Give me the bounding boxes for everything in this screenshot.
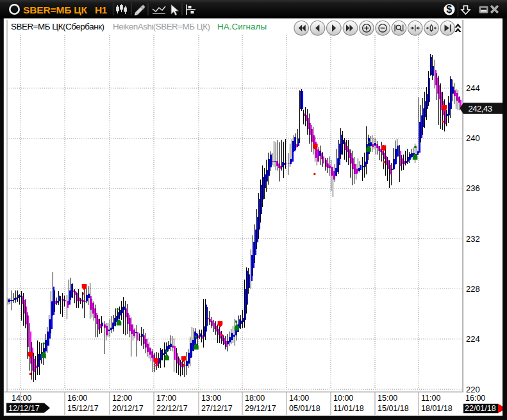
svg-text:20/12/17: 20/12/17 <box>112 404 144 413</box>
svg-text:HeikenAshi(SBER=МБ ЦК): HeikenAshi(SBER=МБ ЦК) <box>113 22 210 31</box>
svg-text:$: $ <box>446 4 452 15</box>
svg-text:236: 236 <box>466 183 480 193</box>
svg-text:SBER=МБ ЦК(Сбербанк): SBER=МБ ЦК(Сбербанк) <box>11 22 104 31</box>
svg-text:12/12/17: 12/12/17 <box>8 404 40 413</box>
svg-text:H1: H1 <box>95 4 107 15</box>
svg-text:29/12/17: 29/12/17 <box>245 404 276 413</box>
svg-text:16:00: 16:00 <box>465 394 485 403</box>
svg-text:14:00: 14:00 <box>12 394 31 403</box>
svg-text:НА.Сигналы: НА.Сигналы <box>217 22 267 31</box>
svg-text:18/01/18: 18/01/18 <box>421 404 453 413</box>
svg-text:15/01/18: 15/01/18 <box>378 404 409 413</box>
svg-text:11:00: 11:00 <box>421 394 440 403</box>
svg-text:224: 224 <box>466 334 480 344</box>
svg-text:12:00: 12:00 <box>112 394 132 403</box>
svg-text:SBER=МБ ЦК: SBER=МБ ЦК <box>23 4 88 15</box>
svg-text:242,43: 242,43 <box>469 104 493 113</box>
svg-text:22/01/18: 22/01/18 <box>465 404 496 413</box>
svg-text:228: 228 <box>466 284 480 294</box>
svg-text:05/01/18: 05/01/18 <box>289 404 320 413</box>
svg-text:17:00: 17:00 <box>156 394 176 403</box>
svg-text:16:00: 16:00 <box>67 394 87 403</box>
svg-text:11/01/18: 11/01/18 <box>333 404 364 413</box>
svg-text:14:00: 14:00 <box>289 394 309 403</box>
svg-text:240: 240 <box>466 133 480 143</box>
svg-text:22/12/17: 22/12/17 <box>156 404 188 413</box>
svg-text:220: 220 <box>466 385 480 394</box>
svg-text:18:00: 18:00 <box>245 394 265 403</box>
svg-text:13:00: 13:00 <box>201 394 221 403</box>
svg-text:15/12/17: 15/12/17 <box>67 404 99 413</box>
svg-text:27/12/17: 27/12/17 <box>201 404 233 413</box>
svg-text:244: 244 <box>466 83 480 93</box>
svg-text:232: 232 <box>466 234 480 244</box>
svg-text:15:00: 15:00 <box>378 394 397 403</box>
svg-text:10:00: 10:00 <box>333 394 353 403</box>
